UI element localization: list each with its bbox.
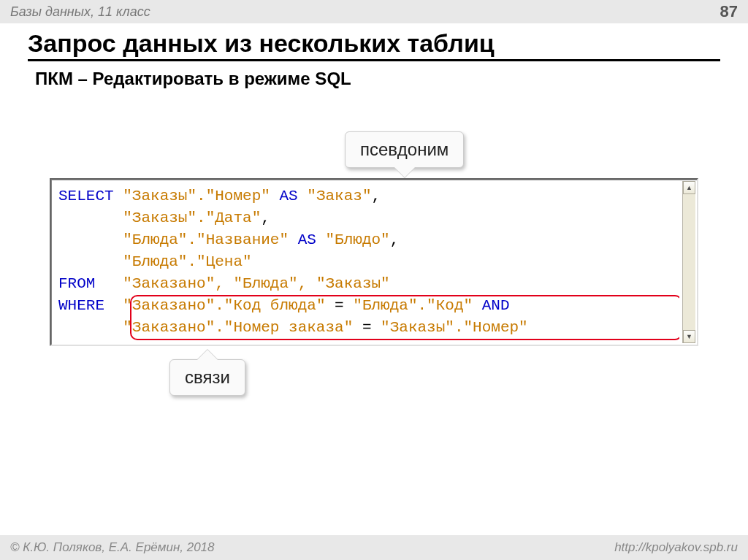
scroll-track[interactable] [683, 194, 695, 330]
content: Запрос данных из нескольких таблиц ПКМ –… [0, 23, 748, 535]
course-label: Базы данных, 11 класс [10, 4, 150, 20]
footer-url: http://kpolyakov.spb.ru [614, 540, 738, 555]
page-number: 87 [720, 2, 738, 21]
callout-links: связи [169, 359, 245, 396]
sql-code-frame: SELECT "Заказы"."Номер" AS "Заказ", "Зак… [50, 178, 698, 346]
page-title: Запрос данных из нескольких таблиц [28, 29, 720, 61]
header-bar: Базы данных, 11 класс 87 [0, 0, 748, 23]
sql-code: SELECT "Заказы"."Номер" AS "Заказ", "Зак… [58, 185, 679, 340]
copyright: К.Ю. Поляков, Е.А. Ерёмин, 2018 [10, 540, 215, 555]
scroll-up-button[interactable]: ▲ [683, 181, 695, 194]
callout-links-label: связи [185, 367, 230, 387]
callout-alias: псевдоним [345, 131, 464, 168]
scrollbar[interactable]: ▲ ▼ [682, 181, 695, 343]
footer-bar: К.Ю. Поляков, Е.А. Ерёмин, 2018 http://k… [0, 535, 748, 560]
callout-alias-label: псевдоним [360, 139, 449, 159]
scroll-down-button[interactable]: ▼ [683, 330, 695, 343]
subtitle: ПКМ – Редактировать в режиме SQL [35, 69, 720, 89]
